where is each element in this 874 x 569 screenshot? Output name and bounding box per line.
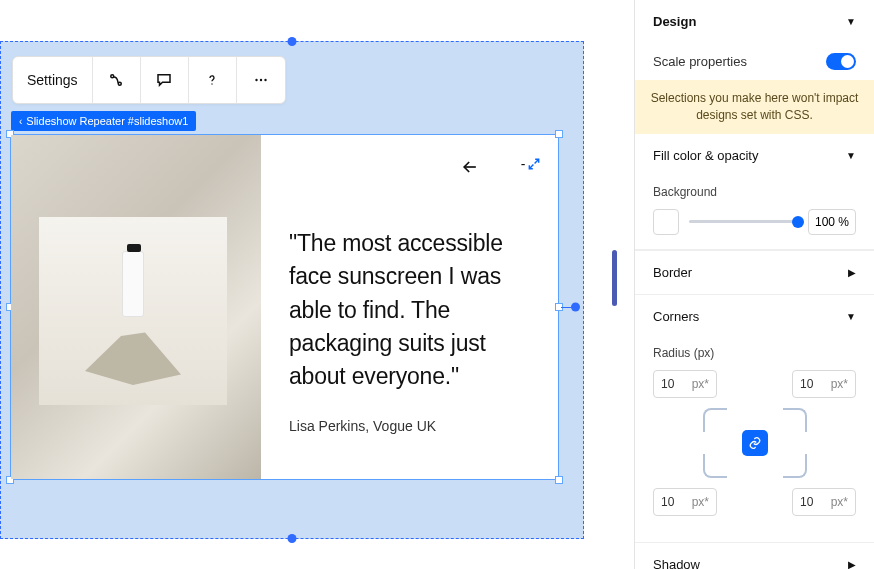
animation-icon-button[interactable] bbox=[93, 57, 141, 103]
fill-section-header[interactable]: Fill color & opacity ▼ bbox=[635, 134, 874, 177]
help-icon-button[interactable] bbox=[189, 57, 237, 103]
selection-chip-label: Slideshow Repeater #slideshow1 bbox=[26, 115, 188, 127]
svg-point-4 bbox=[259, 79, 261, 81]
opacity-slider[interactable] bbox=[689, 220, 798, 223]
design-section-header[interactable]: Design ▼ bbox=[635, 0, 874, 43]
expand-button[interactable]: - bbox=[518, 151, 544, 177]
caret-down-icon: ▼ bbox=[846, 16, 856, 27]
slide-image-area bbox=[11, 135, 261, 479]
comment-icon-button[interactable] bbox=[141, 57, 189, 103]
radius-tr-value: 10 bbox=[800, 377, 813, 391]
rotation-handle[interactable] bbox=[571, 303, 580, 312]
animation-icon bbox=[107, 71, 125, 89]
radius-br-value: 10 bbox=[800, 495, 813, 509]
border-section-title: Border bbox=[653, 265, 692, 280]
background-label: Background bbox=[653, 185, 856, 199]
canvas-decoration bbox=[0, 0, 620, 40]
corner-preview-tr bbox=[783, 408, 807, 432]
caret-down-icon: ▼ bbox=[846, 150, 856, 161]
border-section-header[interactable]: Border ▶ bbox=[635, 250, 874, 294]
scale-properties-label: Scale properties bbox=[653, 54, 747, 69]
corner-preview-tl bbox=[703, 408, 727, 432]
opacity-slider-knob[interactable] bbox=[792, 216, 804, 228]
floating-toolbar: Settings bbox=[12, 56, 286, 104]
corners-link-toggle[interactable] bbox=[742, 430, 768, 456]
slide-quote: "The most accessible face sunscreen I wa… bbox=[289, 227, 534, 394]
back-arrow-button[interactable] bbox=[460, 157, 480, 177]
corners-section-header[interactable]: Corners ▼ bbox=[635, 294, 874, 338]
caret-right-icon: ▶ bbox=[848, 267, 856, 278]
radius-bl-value: 10 bbox=[661, 495, 674, 509]
fill-section-title: Fill color & opacity bbox=[653, 148, 758, 163]
caret-down-icon: ▼ bbox=[846, 311, 856, 322]
svg-point-1 bbox=[118, 82, 121, 85]
corner-preview-br bbox=[783, 454, 807, 478]
corner-preview bbox=[703, 408, 807, 478]
corners-section-title: Corners bbox=[653, 309, 699, 324]
caret-right-icon: ▶ bbox=[848, 559, 856, 569]
corners-controls: Radius (px) 10 px* 10 px* 10 px* bbox=[635, 338, 874, 542]
radius-bl-input[interactable]: 10 px* bbox=[653, 488, 717, 516]
radius-tr-input[interactable]: 10 px* bbox=[792, 370, 856, 398]
design-panel: Design ▼ Scale properties Selections you… bbox=[634, 0, 874, 569]
selection-chip[interactable]: ‹ Slideshow Repeater #slideshow1 bbox=[11, 111, 196, 131]
slide-content: - "The most accessible face sunscreen I … bbox=[11, 135, 558, 479]
help-icon bbox=[204, 72, 220, 88]
scale-properties-row: Scale properties bbox=[635, 43, 874, 80]
editor-canvas[interactable]: Settings ‹ Slideshow Repeater #slideshow… bbox=[0, 0, 620, 569]
radius-unit: px* bbox=[692, 377, 709, 391]
expand-prefix: - bbox=[521, 156, 526, 172]
product-rock-graphic bbox=[73, 315, 193, 385]
canvas-scrollbar[interactable] bbox=[612, 250, 617, 306]
selection-frame-inner[interactable]: - "The most accessible face sunscreen I … bbox=[10, 134, 559, 480]
radius-label: Radius (px) bbox=[653, 346, 856, 360]
svg-point-2 bbox=[211, 83, 212, 84]
svg-point-3 bbox=[255, 79, 257, 81]
design-section-title: Design bbox=[653, 14, 696, 29]
radius-tl-value: 10 bbox=[661, 377, 674, 391]
comment-icon bbox=[155, 71, 173, 89]
more-icon-button[interactable] bbox=[237, 57, 285, 103]
corner-preview-bl bbox=[703, 454, 727, 478]
radius-unit: px* bbox=[692, 495, 709, 509]
opacity-value: 100 bbox=[815, 215, 835, 229]
shadow-section-title: Shadow bbox=[653, 557, 700, 569]
link-icon bbox=[748, 436, 762, 450]
chevron-left-icon: ‹ bbox=[19, 116, 22, 127]
more-icon bbox=[252, 71, 270, 89]
slide-text-area: - "The most accessible face sunscreen I … bbox=[261, 135, 558, 479]
product-thumbnail bbox=[39, 217, 227, 405]
settings-button[interactable]: Settings bbox=[13, 57, 93, 103]
radius-br-input[interactable]: 10 px* bbox=[792, 488, 856, 516]
product-tube-graphic bbox=[122, 251, 144, 317]
radius-unit: px* bbox=[831, 377, 848, 391]
background-color-swatch[interactable] bbox=[653, 209, 679, 235]
background-controls: Background 100 % bbox=[635, 177, 874, 250]
shadow-section-header[interactable]: Shadow ▶ bbox=[635, 542, 874, 569]
svg-point-5 bbox=[264, 79, 266, 81]
arrow-left-icon bbox=[460, 157, 480, 177]
radius-tl-input[interactable]: 10 px* bbox=[653, 370, 717, 398]
opacity-unit: % bbox=[838, 215, 849, 229]
svg-point-0 bbox=[111, 75, 114, 78]
radius-unit: px* bbox=[831, 495, 848, 509]
css-notice: Selections you make here won't impact de… bbox=[635, 80, 874, 134]
expand-icon bbox=[527, 157, 541, 171]
scale-properties-toggle[interactable] bbox=[826, 53, 856, 70]
slide-author: Lisa Perkins, Vogue UK bbox=[289, 418, 534, 434]
opacity-input[interactable]: 100 % bbox=[808, 209, 856, 235]
